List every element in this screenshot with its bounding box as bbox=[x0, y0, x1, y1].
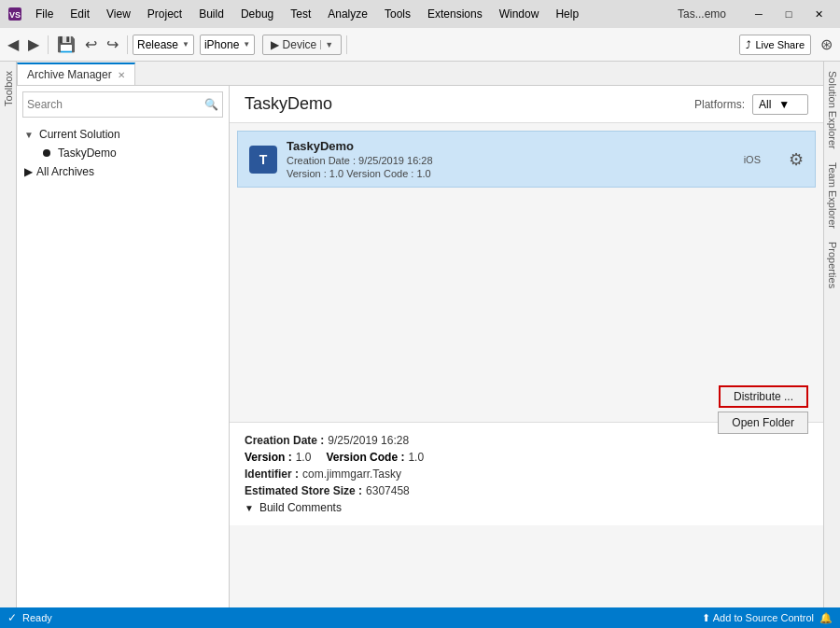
toolbar: ◀ ▶ 💾 ↩ ↪ Release ▼ iPhone ▼ ▶ Device ▼ … bbox=[0, 28, 840, 62]
menu-help[interactable]: Help bbox=[548, 4, 586, 24]
menu-view[interactable]: View bbox=[99, 4, 138, 24]
menu-file[interactable]: File bbox=[28, 4, 61, 24]
window-controls: ─ □ ✕ bbox=[745, 5, 833, 23]
separator-1 bbox=[48, 35, 49, 54]
menu-test[interactable]: Test bbox=[283, 4, 318, 24]
menu-extensions[interactable]: Extensions bbox=[420, 4, 490, 24]
close-button[interactable]: ✕ bbox=[805, 5, 833, 23]
menu-tools[interactable]: Tools bbox=[377, 4, 418, 24]
menu-project[interactable]: Project bbox=[140, 4, 189, 24]
svg-text:VS: VS bbox=[9, 10, 21, 20]
menu-window[interactable]: Window bbox=[492, 4, 547, 24]
separator-3 bbox=[346, 35, 347, 54]
menu-bar: File Edit View Project Build Debug Test … bbox=[28, 4, 659, 24]
app-icon: VS bbox=[7, 7, 22, 21]
platform-label: iPhone bbox=[204, 38, 239, 51]
menu-analyze[interactable]: Analyze bbox=[320, 4, 375, 24]
live-share-icon: ⤴ bbox=[746, 39, 751, 50]
configuration-dropdown-arrow: ▼ bbox=[182, 40, 189, 49]
redo-button[interactable]: ↪ bbox=[103, 34, 122, 56]
configuration-dropdown[interactable]: Release ▼ bbox=[133, 35, 194, 55]
live-share-label: Live Share bbox=[755, 39, 805, 50]
save-all-button[interactable]: 💾 bbox=[53, 34, 79, 56]
run-dropdown-arrow[interactable]: ▼ bbox=[320, 40, 333, 49]
run-button[interactable]: ▶ Device ▼ bbox=[262, 35, 342, 55]
toolbar-extra-button[interactable]: ⊛ bbox=[817, 34, 836, 56]
platform-dropdown-arrow: ▼ bbox=[243, 40, 250, 49]
live-share-button[interactable]: ⤴ Live Share bbox=[739, 35, 811, 55]
menu-build[interactable]: Build bbox=[191, 4, 231, 24]
title-bar: VS File Edit View Project Build Debug Te… bbox=[0, 0, 840, 28]
configuration-label: Release bbox=[137, 38, 178, 51]
menu-debug[interactable]: Debug bbox=[233, 4, 281, 24]
window-title: Tas...emo bbox=[659, 7, 745, 21]
separator-2 bbox=[127, 35, 128, 54]
back-button[interactable]: ◀ bbox=[4, 34, 22, 56]
undo-button[interactable]: ↩ bbox=[81, 34, 101, 56]
run-label: ▶ Device bbox=[271, 38, 316, 51]
menu-edit[interactable]: Edit bbox=[63, 4, 97, 24]
minimize-button[interactable]: ─ bbox=[745, 5, 773, 23]
platform-dropdown[interactable]: iPhone ▼ bbox=[200, 35, 255, 55]
restore-button[interactable]: □ bbox=[775, 5, 803, 23]
forward-button[interactable]: ▶ bbox=[24, 34, 43, 56]
